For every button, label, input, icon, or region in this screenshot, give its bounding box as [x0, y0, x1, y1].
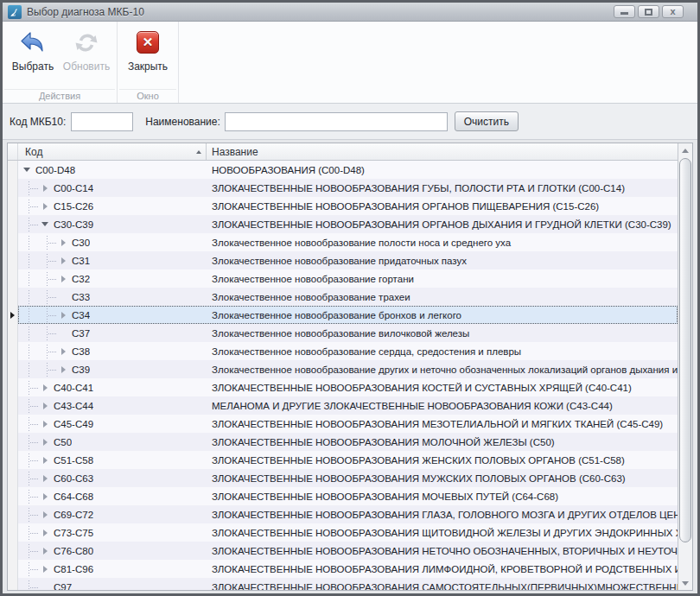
table-row[interactable]: C45-C49 ЗЛОКАЧЕСТВЕННЫЕ НОВООБРАЗОВАНИЯ …	[8, 415, 678, 433]
expander-icon	[56, 327, 70, 340]
expander-icon[interactable]	[38, 417, 52, 431]
row-indicator	[8, 578, 18, 590]
maximize-icon	[645, 9, 652, 16]
ribbon-toolbar: Выбрать Обновить Действия	[3, 22, 697, 104]
table-row[interactable]: C60-C63 ЗЛОКАЧЕСТВЕННЫЕ НОВООБРАЗОВАНИЯ …	[8, 469, 678, 487]
code-filter-input[interactable]	[71, 112, 133, 131]
table-row[interactable]: C00-D48 НОВООБРАЗОВАНИЯ (C00-D48)	[8, 161, 678, 179]
ribbon-group-caption-actions: Действия	[4, 89, 115, 103]
scrollbar-track[interactable]	[678, 543, 692, 576]
grid-rows: C00-D48 НОВООБРАЗОВАНИЯ (C00-D48) C00-C1…	[8, 161, 678, 590]
row-indicator	[8, 415, 18, 433]
table-row[interactable]: C33 Злокачественное новообразование трах…	[8, 288, 678, 306]
table-row[interactable]: C30 Злокачественное новообразование поло…	[8, 233, 678, 251]
table-row[interactable]: C97 ЗЛОКАЧЕСТВЕННЫЕ НОВООБРАЗОВАНИЯ САМО…	[8, 578, 678, 590]
close-icon: x	[670, 8, 675, 16]
code-cell-text: C97	[54, 582, 72, 591]
expander-icon[interactable]	[38, 562, 52, 576]
table-row[interactable]: C43-C44 МЕЛАНОМА И ДРУГИЕ ЗЛОКАЧЕСТВЕННЫ…	[8, 396, 678, 415]
name-cell: Злокачественное новообразование полости …	[207, 238, 678, 248]
table-row[interactable]: C39 Злокачественное новообразование друг…	[8, 360, 678, 378]
scroll-down-button[interactable]	[678, 576, 692, 590]
table-row[interactable]: C40-C41 ЗЛОКАЧЕСТВЕННЫЕ НОВООБРАЗОВАНИЯ …	[8, 378, 678, 396]
expander-icon[interactable]	[38, 526, 52, 540]
expander-icon[interactable]	[38, 472, 52, 485]
code-cell: C97	[18, 580, 207, 591]
code-cell: C73-C75	[18, 526, 207, 540]
row-indicator	[8, 378, 18, 396]
table-row[interactable]: C34 Злокачественное новообразование брон…	[8, 306, 678, 324]
name-cell: ЗЛОКАЧЕСТВЕННЫЕ НОВООБРАЗОВАНИЯ МОЛОЧНОЙ…	[207, 437, 678, 447]
table-row[interactable]: C15-C26 ЗЛОКАЧЕСТВЕННЫЕ НОВООБРАЗОВАНИЯ …	[8, 197, 678, 215]
expander-icon[interactable]	[56, 308, 70, 322]
code-cell: C50	[18, 435, 207, 449]
expander-icon[interactable]	[38, 200, 52, 213]
name-cell: Злокачественное новообразование трахеи	[207, 292, 678, 302]
table-row[interactable]: C31 Злокачественное новообразование прид…	[8, 251, 678, 269]
expander-icon[interactable]	[56, 272, 70, 286]
name-cell: Злокачественное новообразование вилочков…	[207, 328, 678, 339]
expander-icon[interactable]	[56, 254, 70, 268]
code-cell: C15-C26	[18, 200, 207, 213]
current-row-icon	[10, 312, 15, 319]
code-cell-text: C37	[72, 328, 90, 339]
expander-icon[interactable]	[38, 508, 52, 522]
table-row[interactable]: C76-C80 ЗЛОКАЧЕСТВЕННЫЕ НОВООБРАЗОВАНИЯ …	[8, 542, 678, 560]
table-row[interactable]: C51-C58 ЗЛОКАЧЕСТВЕННЫЕ НОВООБРАЗОВАНИЯ …	[8, 451, 678, 469]
expander-icon[interactable]	[56, 345, 70, 358]
select-button[interactable]: Выбрать	[6, 26, 60, 89]
name-cell: ЗЛОКАЧЕСТВЕННЫЕ НОВООБРАЗОВАНИЯ КОСТЕЙ И…	[207, 383, 678, 393]
expander-icon[interactable]	[56, 363, 70, 377]
name-cell: Злокачественное новообразование придаточ…	[207, 256, 678, 266]
scrollbar-thumb[interactable]	[679, 158, 691, 542]
table-row[interactable]: C30-C39 ЗЛОКАЧЕСТВЕННЫЕ НОВООБРАЗОВАНИЯ …	[8, 215, 678, 233]
scroll-up-button[interactable]	[678, 143, 692, 157]
refresh-button[interactable]: Обновить	[60, 26, 113, 89]
refresh-button-label: Обновить	[63, 60, 110, 73]
table-row[interactable]: C37 Злокачественное новообразование вило…	[8, 324, 678, 342]
name-filter-label: Наименование:	[145, 116, 220, 128]
row-indicator	[8, 396, 18, 415]
name-cell: ЗЛОКАЧЕСТВЕННЫЕ НОВООБРАЗОВАНИЯ МУЖСКИХ …	[207, 473, 678, 484]
expander-icon[interactable]	[56, 236, 70, 250]
column-header-name-label: Название	[212, 146, 258, 158]
code-cell: C31	[18, 254, 207, 268]
code-cell: C33	[18, 290, 207, 304]
expander-icon[interactable]	[38, 453, 52, 467]
column-header-name[interactable]: Название	[207, 143, 678, 160]
expander-icon[interactable]	[38, 435, 52, 449]
close-window-button[interactable]: x	[662, 5, 684, 18]
code-cell-text: C73-C75	[54, 528, 93, 538]
table-row[interactable]: C00-C14 ЗЛОКАЧЕСТВЕННЫЕ НОВООБРАЗОВАНИЯ …	[8, 179, 678, 197]
expander-icon[interactable]	[38, 544, 52, 558]
name-filter-input[interactable]	[225, 112, 448, 131]
code-cell: C00-C14	[18, 181, 207, 195]
table-row[interactable]: C81-C96 ЗЛОКАЧЕСТВЕННЫЕ НОВООБРАЗОВАНИЯ …	[8, 560, 678, 578]
close-dialog-button[interactable]: ✕ Закрыть	[121, 26, 175, 89]
table-row[interactable]: C50 ЗЛОКАЧЕСТВЕННЫЕ НОВООБРАЗОВАНИЯ МОЛО…	[8, 433, 678, 451]
expander-icon[interactable]	[38, 381, 52, 395]
table-row[interactable]: C38 Злокачественное новообразование серд…	[8, 342, 678, 360]
expander-icon[interactable]	[38, 181, 52, 195]
clear-button[interactable]: Очистить	[455, 111, 519, 131]
expander-icon[interactable]	[38, 399, 52, 413]
table-row[interactable]: C64-C68 ЗЛОКАЧЕСТВЕННЫЕ НОВООБРАЗОВАНИЯ …	[8, 487, 678, 505]
row-indicator	[8, 179, 18, 197]
table-row[interactable]: C69-C72 ЗЛОКАЧЕСТВЕННЫЕ НОВООБРАЗОВАНИЯ …	[8, 505, 678, 523]
row-indicator	[8, 269, 18, 288]
row-indicator	[8, 306, 18, 324]
table-row[interactable]: C73-C75 ЗЛОКАЧЕСТВЕННЫЕ НОВООБРАЗОВАНИЯ …	[8, 523, 678, 542]
vertical-scrollbar[interactable]	[678, 143, 692, 590]
maximize-button[interactable]	[638, 5, 659, 18]
tree-grid: Код Название C00-D48 НОВООБРАЗОВАНИЯ (C0…	[7, 143, 693, 591]
column-header-code[interactable]: Код	[18, 143, 207, 160]
expander-icon[interactable]	[38, 490, 52, 504]
code-cell: C30-C39	[18, 218, 207, 231]
table-row[interactable]: C32 Злокачественное новообразование горт…	[8, 269, 678, 288]
minimize-button[interactable]	[614, 5, 635, 18]
code-cell-text: C45-C49	[54, 419, 93, 429]
select-button-label: Выбрать	[12, 60, 54, 73]
expander-icon[interactable]	[38, 218, 52, 231]
code-filter-label: Код МКБ10:	[10, 116, 66, 128]
expander-icon[interactable]	[20, 163, 34, 177]
